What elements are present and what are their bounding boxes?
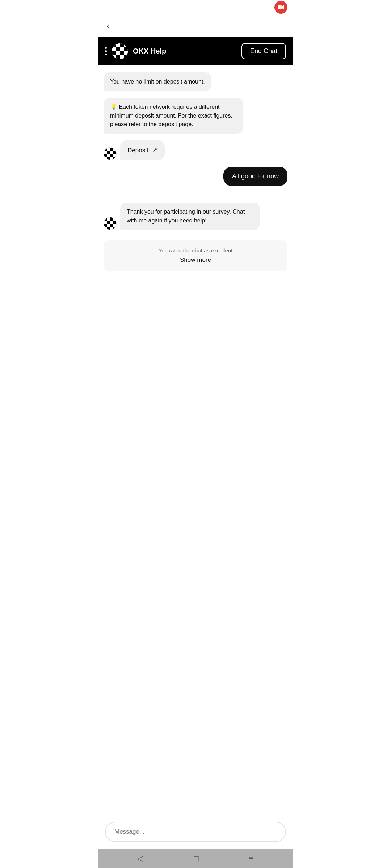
bot-avatar <box>104 217 117 230</box>
external-link-icon: ↗ <box>152 145 157 155</box>
bot-message-row: Thank you for participating in our surve… <box>104 203 287 230</box>
nav-home-icon: □ <box>194 854 198 863</box>
recording-badge <box>274 1 287 14</box>
user-message-text: All good for now <box>232 173 279 180</box>
chat-header: OKX Help End Chat <box>98 37 293 65</box>
bot-message-text: Thank you for participating in our surve… <box>127 209 245 224</box>
status-bar <box>98 0 293 14</box>
message-input[interactable] <box>105 822 286 842</box>
chat-messages: You have no limit on deposit amount. 💡 E… <box>98 65 293 816</box>
bot-bubble: 💡 Each token network requires a differen… <box>104 98 243 134</box>
nav-home-button[interactable]: □ <box>194 854 198 863</box>
header-avatar <box>112 43 128 59</box>
menu-button[interactable] <box>105 47 107 55</box>
bot-avatar <box>104 147 117 160</box>
deposit-link-bubble[interactable]: Deposit ↗ <box>120 140 165 160</box>
svg-marker-1 <box>282 5 284 9</box>
menu-dot <box>105 47 107 49</box>
back-row: ‹ <box>98 14 293 37</box>
end-chat-button[interactable]: End Chat <box>241 43 286 59</box>
show-more-button[interactable]: Show more <box>180 256 211 264</box>
bot-message-row: 💡 Each token network requires a differen… <box>104 98 287 134</box>
menu-dot <box>105 50 107 52</box>
android-nav-bar: ◁ □ ≡ <box>98 849 293 868</box>
back-button[interactable]: ‹ <box>105 19 111 33</box>
message-input-area <box>98 816 293 849</box>
rating-text: You rated the chat as excellent <box>111 247 280 254</box>
back-icon: ‹ <box>106 20 110 31</box>
menu-dot <box>105 54 107 55</box>
svg-rect-0 <box>278 5 282 9</box>
bot-bubble: Thank you for participating in our surve… <box>120 203 260 230</box>
bot-message-text: You have no limit on deposit amount. <box>110 78 205 85</box>
bot-message-row: You have no limit on deposit amount. <box>104 72 287 91</box>
user-message-row: All good for now <box>104 167 287 186</box>
deposit-link-text: Deposit <box>127 146 148 155</box>
nav-menu-icon: ≡ <box>249 854 254 863</box>
nav-menu-button[interactable]: ≡ <box>249 854 254 863</box>
bot-bubble: You have no limit on deposit amount. <box>104 72 211 91</box>
header-left: OKX Help <box>105 43 166 59</box>
spacer <box>104 192 287 196</box>
header-title: OKX Help <box>133 47 166 55</box>
bot-message-text: 💡 Each token network requires a differen… <box>110 104 232 127</box>
user-bubble: All good for now <box>223 167 287 186</box>
rating-card: You rated the chat as excellent Show mor… <box>104 240 287 271</box>
bot-message-row: Deposit ↗ <box>104 140 287 160</box>
nav-back-button[interactable]: ◁ <box>137 854 143 863</box>
nav-back-icon: ◁ <box>137 854 143 863</box>
video-record-icon <box>277 4 285 11</box>
